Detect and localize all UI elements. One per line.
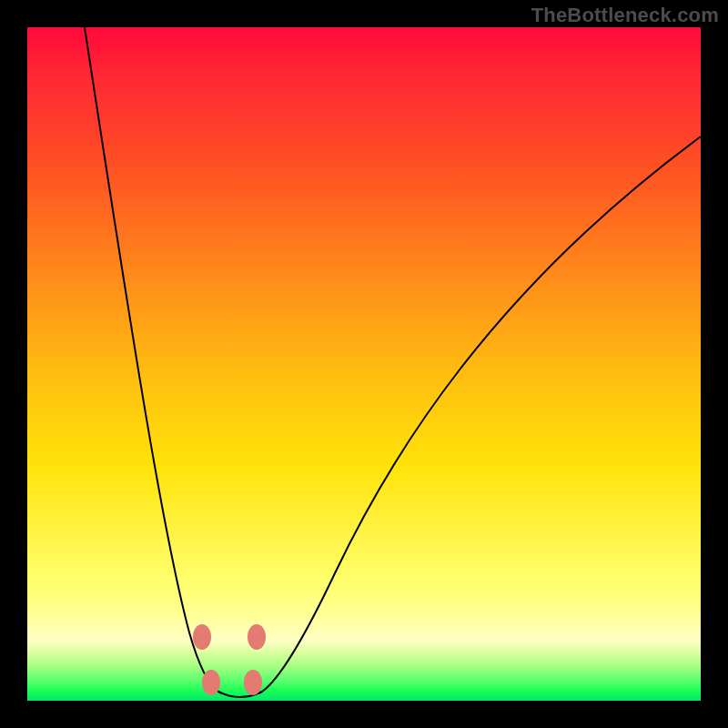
chart-plot — [27, 27, 701, 701]
marker-dot — [193, 624, 211, 650]
bottleneck-curve — [85, 27, 701, 697]
chart-frame — [27, 27, 701, 701]
marker-dot — [248, 624, 266, 650]
attribution-text: TheBottleneck.com — [531, 4, 719, 27]
marker-dot — [244, 670, 262, 695]
marker-dot — [202, 670, 220, 695]
